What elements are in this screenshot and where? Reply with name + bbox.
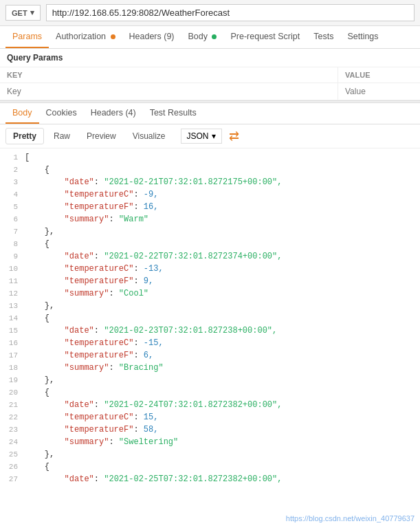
line-number: 25	[0, 448, 25, 461]
tab-params[interactable]: Params	[5, 26, 49, 48]
btn-visualize[interactable]: Visualize	[126, 129, 173, 144]
format-label: JSON	[187, 131, 209, 141]
params-header: KEY VALUE	[0, 67, 420, 83]
tab-cookies[interactable]: Cookies	[39, 103, 84, 124]
line-number: 18	[0, 362, 25, 374]
line-number: 1	[0, 151, 25, 164]
json-line: 27 "date": "2021-02-25T07:32:01.8272382+…	[0, 473, 420, 485]
tab-test-results[interactable]: Test Results	[143, 103, 203, 124]
value-input[interactable]	[338, 83, 420, 100]
json-line: 12 "summary": "Cool"	[0, 287, 420, 300]
line-content: "date": "2021-02-24T07:32:01.8272382+00:…	[25, 399, 420, 411]
line-content: "temperatureF": 16,	[25, 201, 420, 213]
btn-raw[interactable]: Raw	[47, 129, 77, 144]
format-select[interactable]: JSON ▾	[181, 129, 222, 144]
line-number: 2	[0, 164, 25, 176]
line-number: 24	[0, 436, 25, 448]
json-line: 10 "temperatureC": -13,	[0, 263, 420, 275]
btn-pretty[interactable]: Pretty	[5, 128, 44, 144]
format-arrow: ▾	[212, 131, 216, 141]
line-number: 4	[0, 188, 25, 201]
response-tabs: Body Cookies Headers (4) Test Results	[0, 103, 420, 124]
line-content: "temperatureF": 6,	[25, 349, 420, 362]
top-bar: GET ▾	[0, 0, 420, 26]
json-line: 19 },	[0, 374, 420, 386]
line-number: 26	[0, 461, 25, 473]
tab-settings[interactable]: Settings	[340, 26, 385, 48]
json-line: 20 {	[0, 386, 420, 399]
line-content: "date": "2021-02-22T07:32:01.8272374+00:…	[25, 250, 420, 263]
params-table: KEY VALUE	[0, 67, 420, 100]
params-row	[0, 83, 420, 100]
line-content: "date": "2021-02-23T07:32:01.827238+00:0…	[25, 324, 420, 337]
tab-body[interactable]: Body	[181, 26, 224, 48]
line-content: },	[25, 226, 420, 238]
json-line: 13 },	[0, 300, 420, 312]
line-content: },	[25, 374, 420, 386]
line-content: {	[25, 312, 420, 324]
json-line: 24 "summary": "Sweltering"	[0, 436, 420, 448]
line-number: 13	[0, 300, 25, 312]
line-number: 3	[0, 176, 25, 188]
btn-preview[interactable]: Preview	[80, 129, 123, 144]
view-options: Pretty Raw Preview Visualize JSON ▾ ⇄	[0, 124, 420, 148]
url-input[interactable]	[46, 4, 415, 21]
wrap-icon[interactable]: ⇄	[229, 129, 239, 144]
json-line: 7 },	[0, 226, 420, 238]
key-input[interactable]	[0, 83, 338, 100]
method-select[interactable]: GET ▾	[5, 5, 41, 21]
line-content: [	[25, 151, 420, 164]
line-number: 10	[0, 263, 25, 275]
line-number: 15	[0, 324, 25, 337]
col-key-header: KEY	[0, 67, 338, 82]
method-label: GET	[12, 9, 27, 17]
line-number: 11	[0, 275, 25, 287]
line-number: 6	[0, 213, 25, 226]
tab-prerequest[interactable]: Pre-request Script	[223, 26, 307, 48]
json-line: 6 "summary": "Warm"	[0, 213, 420, 226]
line-content: "temperatureC": 15,	[25, 411, 420, 424]
line-number: 8	[0, 238, 25, 250]
col-value-header: VALUE	[338, 67, 420, 82]
line-number: 14	[0, 312, 25, 324]
tab-authorization[interactable]: Authorization	[49, 26, 122, 48]
line-number: 12	[0, 287, 25, 300]
line-content: {	[25, 238, 420, 250]
line-content: },	[25, 300, 420, 312]
json-line: 15 "date": "2021-02-23T07:32:01.827238+0…	[0, 324, 420, 337]
line-number: 5	[0, 201, 25, 213]
line-content: "summary": "Bracing"	[25, 362, 420, 374]
line-content: {	[25, 461, 420, 473]
method-arrow: ▾	[30, 8, 34, 17]
line-number: 17	[0, 349, 25, 362]
json-line: 18 "summary": "Bracing"	[0, 362, 420, 374]
request-tabs: Params Authorization Headers (9) Body Pr…	[0, 26, 420, 49]
json-line: 2 {	[0, 164, 420, 176]
line-number: 7	[0, 226, 25, 238]
tab-headers[interactable]: Headers (9)	[122, 26, 181, 48]
tab-response-headers[interactable]: Headers (4)	[84, 103, 143, 124]
line-content: },	[25, 448, 420, 461]
line-number: 19	[0, 374, 25, 386]
json-line: 5 "temperatureF": 16,	[0, 201, 420, 213]
authorization-dot	[111, 34, 115, 39]
line-content: "temperatureF": 9,	[25, 275, 420, 287]
json-line: 22 "temperatureC": 15,	[0, 411, 420, 424]
json-line: 16 "temperatureC": -15,	[0, 337, 420, 349]
line-content: {	[25, 164, 420, 176]
line-content: {	[25, 386, 420, 399]
line-number: 20	[0, 386, 25, 399]
line-content: "temperatureC": -15,	[25, 337, 420, 349]
json-line: 3 "date": "2021-02-21T07:32:01.8272175+0…	[0, 176, 420, 188]
json-line: 1[	[0, 151, 420, 164]
tab-response-body[interactable]: Body	[5, 103, 39, 124]
line-content: "summary": "Sweltering"	[25, 436, 420, 448]
json-line: 21 "date": "2021-02-24T07:32:01.8272382+…	[0, 399, 420, 411]
json-output: 1[2 {3 "date": "2021-02-21T07:32:01.8272…	[0, 148, 420, 488]
json-line: 17 "temperatureF": 6,	[0, 349, 420, 362]
json-line: 9 "date": "2021-02-22T07:32:01.8272374+0…	[0, 250, 420, 263]
line-number: 9	[0, 250, 25, 263]
tab-tests[interactable]: Tests	[307, 26, 340, 48]
line-content: "temperatureC": -9,	[25, 188, 420, 201]
query-params-title: Query Params	[0, 49, 420, 67]
